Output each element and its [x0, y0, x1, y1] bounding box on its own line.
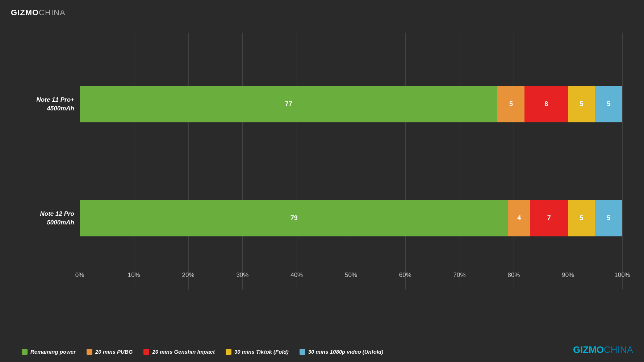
legend-item-0: Remaining power: [22, 349, 76, 355]
logo-top: GIZMOCHINA: [11, 8, 66, 17]
x-label-100%: 100%: [614, 272, 630, 279]
bar-segment-1-2: 7: [530, 200, 568, 236]
x-axis: 0%10%20%30%40%50%60%70%80%90%100%: [80, 268, 622, 290]
grid-line-100: [622, 33, 623, 290]
bar-segment-0-3: 5: [568, 86, 595, 122]
legend-label-4: 30 mins 1080p video (Unfold): [308, 349, 384, 355]
legend-item-3: 30 mins Tiktok (Fold): [226, 349, 289, 355]
legend-color-2: [143, 349, 149, 355]
bar-row-1: Note 12 Pro5000mAh794755: [80, 200, 622, 236]
legend-label-0: Remaining power: [30, 349, 76, 355]
legend-item-2: 20 mins Genshin Impact: [143, 349, 215, 355]
chart-container: Note 11 Pro+4500mAh775855Note 12 Pro5000…: [22, 33, 622, 311]
legend-color-3: [226, 349, 231, 355]
x-label-0%: 0%: [75, 272, 84, 279]
x-label-30%: 30%: [236, 272, 248, 279]
legend-item-1: 20 mins PUBG: [87, 349, 133, 355]
x-label-80%: 80%: [507, 272, 520, 279]
logo-china-top: CHINA: [39, 8, 65, 17]
logo-gizmo-bottom: GIZMO: [573, 344, 604, 355]
legend: Remaining power20 mins PUBG20 mins Gensh…: [22, 349, 622, 355]
legend-color-4: [300, 349, 305, 355]
legend-color-1: [87, 349, 92, 355]
bar-segment-1-4: 5: [595, 200, 622, 236]
x-label-90%: 90%: [562, 272, 574, 279]
x-label-40%: 40%: [290, 272, 303, 279]
bar-segment-1-3: 5: [568, 200, 595, 236]
x-label-50%: 50%: [345, 272, 357, 279]
bar-row-0: Note 11 Pro+4500mAh775855: [80, 86, 622, 122]
bar-segment-1-0: 79: [80, 200, 508, 236]
bar-segment-1-1: 4: [508, 200, 530, 236]
x-label-10%: 10%: [128, 272, 140, 279]
logo-china-bottom: CHINA: [604, 344, 633, 355]
legend-color-0: [22, 349, 28, 355]
stacked-bar-1: 794755: [80, 200, 622, 236]
bar-segment-0-1: 5: [497, 86, 524, 122]
bar-label-0: Note 11 Pro+4500mAh: [18, 96, 74, 113]
bar-segment-0-4: 5: [595, 86, 622, 122]
bar-segment-0-2: 8: [524, 86, 568, 122]
legend-label-1: 20 mins PUBG: [95, 349, 133, 355]
chart-area: Note 11 Pro+4500mAh775855Note 12 Pro5000…: [80, 33, 622, 290]
bars-area: Note 11 Pro+4500mAh775855Note 12 Pro5000…: [80, 33, 622, 290]
stacked-bar-0: 775855: [80, 86, 622, 122]
bar-label-1: Note 12 Pro5000mAh: [18, 210, 74, 227]
legend-label-3: 30 mins Tiktok (Fold): [234, 349, 289, 355]
bar-segment-0-0: 77: [80, 86, 497, 122]
x-label-60%: 60%: [399, 272, 411, 279]
legend-item-4: 30 mins 1080p video (Unfold): [300, 349, 384, 355]
logo-gizmo-top: GIZMO: [11, 8, 39, 17]
x-label-70%: 70%: [453, 272, 466, 279]
x-label-20%: 20%: [182, 272, 195, 279]
logo-bottom: GIZMOCHINA: [573, 344, 633, 355]
legend-label-2: 20 mins Genshin Impact: [152, 349, 215, 355]
